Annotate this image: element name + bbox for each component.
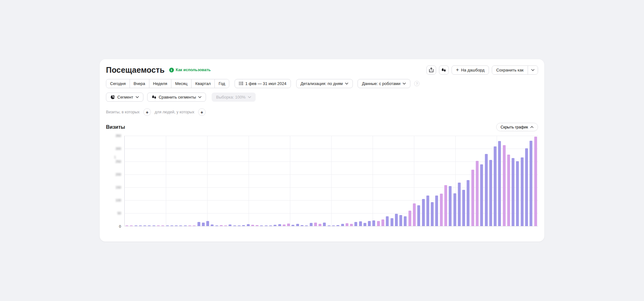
chart-bar[interactable] bbox=[350, 224, 353, 226]
chart-bar[interactable] bbox=[202, 223, 205, 226]
chart-bar[interactable] bbox=[422, 199, 425, 226]
chart-bar[interactable] bbox=[157, 225, 160, 226]
chart-bar[interactable] bbox=[449, 186, 452, 226]
sampling-dropdown[interactable]: Выборка: 100% bbox=[212, 93, 256, 102]
chart-bar[interactable] bbox=[440, 194, 443, 226]
chart-bar[interactable] bbox=[408, 211, 411, 226]
chart-bar[interactable] bbox=[480, 164, 483, 226]
chart-bar[interactable] bbox=[269, 225, 272, 226]
chart-bar[interactable] bbox=[458, 183, 461, 226]
chart-bar[interactable] bbox=[354, 222, 357, 226]
chart-bar[interactable] bbox=[305, 225, 308, 226]
chart-bar[interactable] bbox=[188, 225, 191, 226]
chart-bar[interactable] bbox=[224, 225, 227, 226]
chart-bar[interactable] bbox=[417, 205, 420, 226]
chart-bar[interactable] bbox=[260, 225, 263, 226]
chart-bar[interactable] bbox=[247, 224, 250, 226]
chart-bar[interactable] bbox=[368, 221, 371, 226]
chart-bar[interactable] bbox=[139, 225, 142, 226]
chart-bar[interactable] bbox=[503, 145, 506, 226]
chart-bar[interactable] bbox=[404, 216, 407, 226]
compare-segments-button-icon[interactable] bbox=[439, 65, 449, 75]
export-button[interactable] bbox=[426, 65, 436, 75]
chart-bar[interactable] bbox=[381, 219, 384, 226]
chart-bar[interactable] bbox=[498, 141, 501, 226]
tab-quarter[interactable]: Квартал bbox=[191, 79, 214, 88]
tab-yesterday[interactable]: Вчера bbox=[130, 79, 149, 88]
chart-bar[interactable] bbox=[166, 225, 169, 226]
chart-bar[interactable] bbox=[435, 196, 438, 226]
tab-year[interactable]: Год bbox=[214, 79, 229, 88]
chart-bar[interactable] bbox=[485, 154, 488, 226]
chart-bar[interactable] bbox=[179, 225, 182, 226]
chart-bar[interactable] bbox=[206, 221, 209, 226]
chart-bar[interactable] bbox=[507, 155, 510, 226]
chart-bar[interactable] bbox=[130, 225, 133, 226]
chart-bar[interactable] bbox=[184, 225, 187, 226]
chart-bar[interactable] bbox=[283, 224, 286, 226]
chart-bar[interactable] bbox=[170, 225, 173, 226]
chart-bar[interactable] bbox=[426, 196, 429, 226]
chart-bar[interactable] bbox=[135, 225, 137, 226]
add-visit-condition-button[interactable]: + bbox=[143, 108, 151, 116]
chart-bar[interactable] bbox=[265, 225, 268, 226]
chart-bar[interactable] bbox=[516, 161, 519, 226]
chart-bar[interactable] bbox=[332, 225, 335, 226]
segment-dropdown[interactable]: Сегмент bbox=[106, 93, 143, 102]
chart-bar[interactable] bbox=[462, 190, 465, 226]
chart-bar[interactable] bbox=[291, 225, 294, 226]
chart-bar[interactable] bbox=[125, 225, 128, 226]
tab-month[interactable]: Месяц bbox=[171, 79, 191, 88]
chart-bar[interactable] bbox=[372, 220, 375, 226]
chart-bar[interactable] bbox=[197, 222, 200, 226]
chart-bar[interactable] bbox=[274, 225, 276, 226]
add-people-condition-button[interactable]: + bbox=[198, 108, 206, 116]
chart-bar[interactable] bbox=[301, 225, 303, 226]
chart-bar[interactable] bbox=[193, 225, 196, 226]
chart-bar[interactable] bbox=[431, 202, 434, 226]
chart-bar[interactable] bbox=[229, 224, 231, 226]
chart-bar[interactable] bbox=[359, 221, 362, 226]
chart-bar[interactable] bbox=[242, 225, 245, 226]
date-range-button[interactable]: 1 фев — 31 июл 2024 bbox=[235, 79, 291, 88]
help-circle-icon[interactable]: ? bbox=[414, 81, 419, 86]
chart-bar[interactable] bbox=[323, 223, 326, 226]
compare-segments-dropdown[interactable]: Сравнить сегменты bbox=[147, 93, 206, 102]
chart-bar[interactable] bbox=[319, 224, 321, 226]
chart-bar[interactable] bbox=[341, 224, 344, 226]
chart-bar[interactable] bbox=[278, 224, 281, 226]
save-as-dropdown-button[interactable] bbox=[528, 66, 538, 74]
chart-bar[interactable] bbox=[395, 214, 398, 226]
chart-bar[interactable] bbox=[336, 225, 339, 226]
tab-week[interactable]: Неделя bbox=[149, 79, 171, 88]
chart-bar[interactable] bbox=[233, 225, 236, 226]
chart-bar[interactable] bbox=[153, 225, 155, 226]
chart-bar[interactable] bbox=[215, 225, 218, 226]
chart-bar[interactable] bbox=[143, 225, 146, 226]
chart-bar[interactable] bbox=[391, 218, 393, 226]
chart-bar[interactable] bbox=[444, 185, 447, 226]
chart-bar[interactable] bbox=[512, 158, 514, 226]
chart-bar[interactable] bbox=[453, 193, 456, 226]
add-to-dashboard-button[interactable]: + На дашборд bbox=[452, 65, 489, 75]
tab-today[interactable]: Сегодня bbox=[106, 79, 130, 88]
chart-bar[interactable] bbox=[175, 225, 178, 226]
chart-bar[interactable] bbox=[534, 137, 537, 226]
chart-bar[interactable] bbox=[377, 221, 380, 226]
detail-dropdown[interactable]: Детализация: по дням bbox=[296, 79, 353, 88]
chart-bar[interactable] bbox=[471, 170, 474, 226]
hide-chart-button[interactable]: Скрыть график bbox=[496, 123, 538, 131]
chart-bar[interactable] bbox=[238, 225, 241, 226]
chart-bar[interactable] bbox=[467, 180, 469, 226]
chart-bar[interactable] bbox=[525, 148, 528, 226]
chart-bar[interactable] bbox=[256, 225, 258, 226]
save-as-button[interactable]: Сохранить как bbox=[492, 66, 528, 74]
chart-bar[interactable] bbox=[494, 146, 497, 226]
chart-bar[interactable] bbox=[310, 223, 313, 226]
chart-bar[interactable] bbox=[314, 223, 317, 226]
chart-bar[interactable] bbox=[211, 224, 214, 226]
chart-bar[interactable] bbox=[296, 224, 299, 226]
chart-bar[interactable] bbox=[161, 225, 164, 226]
chart-bar[interactable] bbox=[521, 157, 524, 226]
chart-bar[interactable] bbox=[364, 223, 366, 226]
